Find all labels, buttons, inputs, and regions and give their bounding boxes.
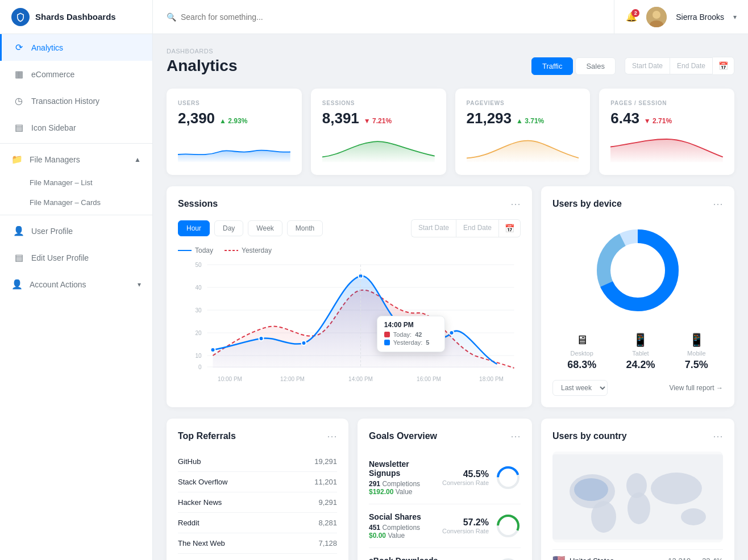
- time-btn-day[interactable]: Day: [214, 220, 243, 236]
- referral-row-github: GitHub 19,291: [178, 452, 337, 472]
- start-date-input[interactable]: Start Date: [625, 57, 670, 74]
- sidebar-item-file-manager-cards[interactable]: File Manager – Cards: [0, 193, 152, 212]
- sidebar-item-file-manager-list[interactable]: File Manager – List: [0, 173, 152, 193]
- stat-change-pages-per-session: ▼ 2.71%: [644, 117, 672, 125]
- sessions-calendar-icon[interactable]: 📅: [499, 219, 521, 237]
- chart-legend: Today Yesterday: [178, 246, 521, 254]
- tablet-icon: 📱: [626, 333, 655, 348]
- referral-row-thenextweb: The Next Web 7,128: [178, 533, 337, 554]
- time-btn-hour[interactable]: Hour: [178, 220, 210, 236]
- account-actions-icon: 👤: [11, 279, 23, 290]
- svg-point-43: [628, 492, 650, 524]
- top-referrals-menu[interactable]: ⋯: [327, 430, 337, 442]
- sessions-card-header: Sessions ⋯: [178, 198, 521, 210]
- stat-card-users: USERS 2,390 ▲ 2.93%: [167, 89, 302, 175]
- users-by-device-menu[interactable]: ⋯: [713, 198, 723, 210]
- search-input[interactable]: [181, 12, 351, 22]
- sidebar: ⟳ Analytics ▦ eCommerce ◷ Transaction Hi…: [0, 34, 153, 560]
- sessions-chart-svg: 50 40 30 20 10 0 10:00 PM 12:00 PM 14:00…: [178, 259, 521, 390]
- svg-point-1: [653, 11, 660, 19]
- time-btn-month[interactable]: Month: [287, 220, 323, 236]
- device-tablet: 📱 Tablet 24.2%: [626, 333, 655, 371]
- country-row-us: 🇺🇸 United States 12,219 32.4%: [552, 549, 723, 560]
- stat-value-pages-per-session: 6.43: [610, 110, 639, 127]
- tooltip-yesterday-dot: [384, 340, 390, 345]
- sidebar-item-analytics[interactable]: ⟳ Analytics: [0, 34, 152, 61]
- legend-today: Today: [178, 246, 213, 254]
- users-by-country-menu[interactable]: ⋯: [713, 430, 723, 442]
- country-count-us: 12,219: [668, 557, 691, 561]
- chevron-down-icon: ▾: [138, 281, 141, 289]
- header-right: 🔔 2 Sierra Brooks ▾: [614, 0, 748, 34]
- sidebar-item-ecommerce[interactable]: ▦ eCommerce: [0, 61, 152, 87]
- svg-point-32: [614, 246, 662, 294]
- goal-social-info: Social Shares 451 Completions $0.00 Valu…: [369, 512, 442, 540]
- avatar[interactable]: [646, 7, 667, 27]
- tablet-pct: 24.2%: [626, 359, 655, 371]
- week-select[interactable]: Last week: [552, 380, 608, 396]
- referral-count-stackoverflow: 11,201: [314, 478, 337, 486]
- sessions-end-date[interactable]: End Date: [456, 219, 499, 237]
- notification-button[interactable]: 🔔 2: [626, 11, 637, 22]
- donut-chart: [587, 219, 689, 321]
- sidebar-item-user-profile[interactable]: 👤 User Profile: [0, 218, 152, 244]
- page-header: Analytics Traffic Sales Start Date End D…: [167, 57, 734, 75]
- mini-chart-users: [178, 135, 290, 164]
- sessions-card-menu[interactable]: ⋯: [510, 198, 521, 210]
- stat-label-pageviews: PAGEVIEWS: [467, 100, 579, 106]
- svg-text:18:00 PM: 18:00 PM: [479, 376, 504, 382]
- sidebar-item-transaction-history[interactable]: ◷ Transaction History: [0, 87, 152, 114]
- app-name: Shards Dashboards: [35, 12, 116, 22]
- sidebar-account-actions-group[interactable]: 👤 Account Actions ▾: [0, 271, 152, 298]
- goal-ebook: eBook Downloads 12 Completions $129.11 V…: [369, 548, 521, 560]
- goal-ring-social: [496, 513, 521, 538]
- svg-text:10: 10: [195, 353, 202, 359]
- main-layout: ⟳ Analytics ▦ eCommerce ◷ Transaction Hi…: [0, 34, 748, 560]
- referral-row-stackoverflow: Stack Overflow 11,201: [178, 472, 337, 492]
- us-flag: 🇺🇸: [552, 554, 565, 560]
- sidebar-divider-1: [0, 143, 152, 144]
- svg-point-44: [651, 473, 702, 504]
- tooltip-yesterday-row: Yesterday: 5: [384, 339, 438, 346]
- svg-text:12:00 PM: 12:00 PM: [280, 376, 305, 382]
- mobile-pct: 7.5%: [685, 359, 708, 371]
- stat-change-sessions: ▼ 7.21%: [364, 117, 392, 125]
- referral-name-reddit: Reddit: [178, 519, 200, 527]
- top-header: Shards Dashboards 🔍 🔔 2 Sierra Brooks ▾: [0, 0, 748, 34]
- sidebar-file-managers-group[interactable]: 📁 File Managers ▲: [0, 146, 152, 173]
- sidebar-item-icon-sidebar[interactable]: ▤ Icon Sidebar: [0, 114, 152, 141]
- mobile-label: Mobile: [685, 350, 708, 357]
- tab-traffic[interactable]: Traffic: [531, 57, 573, 75]
- stat-label-pages-per-session: PAGES / SESSION: [610, 100, 723, 106]
- stat-label-users: USERS: [178, 100, 290, 106]
- goal-newsletter-info: Newsletter Signups 291 Completions $192.…: [369, 459, 442, 496]
- users-by-device-card: Users by device ⋯: [541, 186, 734, 407]
- ecommerce-icon: ▦: [13, 69, 24, 80]
- chart-tooltip: 14:00 PM Today: 42 Yesterday: 5: [377, 316, 445, 352]
- icon-sidebar-icon: ▤: [13, 122, 24, 133]
- calendar-icon-button[interactable]: 📅: [713, 57, 734, 75]
- mini-chart-sessions: [322, 135, 435, 164]
- user-profile-icon: 👤: [13, 225, 24, 236]
- charts-row: Sessions ⋯ Hour Day Week Month Start Dat…: [167, 186, 734, 407]
- referral-name-hackernews: Hacker News: [178, 498, 222, 507]
- svg-point-41: [591, 501, 616, 533]
- goals-overview-menu[interactable]: ⋯: [510, 430, 521, 442]
- page-title: Analytics: [167, 57, 531, 75]
- referral-name-github: GitHub: [178, 457, 201, 466]
- country-name-us: United States: [570, 557, 663, 561]
- sessions-start-date[interactable]: Start Date: [411, 219, 456, 237]
- users-by-country-header: Users by country ⋯: [552, 430, 723, 442]
- svg-point-45: [681, 508, 706, 525]
- sidebar-item-edit-user-profile[interactable]: ▤ Edit User Profile: [0, 244, 152, 271]
- svg-point-23: [259, 336, 264, 341]
- view-full-report-link[interactable]: View full report →: [670, 384, 723, 392]
- sessions-card-title: Sessions: [178, 199, 510, 209]
- time-btn-week[interactable]: Week: [248, 220, 282, 236]
- referral-row-hackernews: Hacker News 9,291: [178, 492, 337, 513]
- stat-value-row-sessions: 8,391 ▼ 7.21%: [322, 110, 435, 127]
- page-tab-group: Traffic Sales: [531, 57, 616, 75]
- tab-sales[interactable]: Sales: [575, 57, 616, 75]
- end-date-input[interactable]: End Date: [670, 57, 713, 74]
- user-dropdown-icon[interactable]: ▾: [733, 13, 737, 21]
